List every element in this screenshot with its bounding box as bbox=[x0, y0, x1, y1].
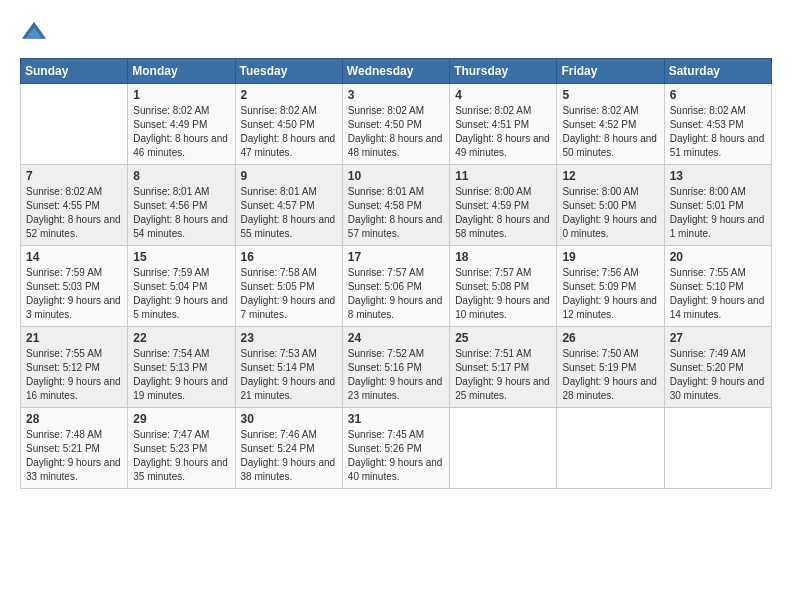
day-info: Sunrise: 7:51 AM Sunset: 5:17 PM Dayligh… bbox=[455, 347, 551, 403]
day-info: Sunrise: 7:48 AM Sunset: 5:21 PM Dayligh… bbox=[26, 428, 122, 484]
weekday-header: Thursday bbox=[450, 59, 557, 84]
calendar-cell: 1Sunrise: 8:02 AM Sunset: 4:49 PM Daylig… bbox=[128, 84, 235, 165]
calendar-header: SundayMondayTuesdayWednesdayThursdayFrid… bbox=[21, 59, 772, 84]
day-number: 14 bbox=[26, 250, 122, 264]
day-number: 23 bbox=[241, 331, 337, 345]
calendar-week-row: 7Sunrise: 8:02 AM Sunset: 4:55 PM Daylig… bbox=[21, 165, 772, 246]
calendar-cell: 13Sunrise: 8:00 AM Sunset: 5:01 PM Dayli… bbox=[664, 165, 771, 246]
weekday-header: Wednesday bbox=[342, 59, 449, 84]
calendar-cell: 3Sunrise: 8:02 AM Sunset: 4:50 PM Daylig… bbox=[342, 84, 449, 165]
calendar-cell: 31Sunrise: 7:45 AM Sunset: 5:26 PM Dayli… bbox=[342, 408, 449, 489]
day-info: Sunrise: 8:00 AM Sunset: 4:59 PM Dayligh… bbox=[455, 185, 551, 241]
day-number: 30 bbox=[241, 412, 337, 426]
day-number: 6 bbox=[670, 88, 766, 102]
calendar-cell: 22Sunrise: 7:54 AM Sunset: 5:13 PM Dayli… bbox=[128, 327, 235, 408]
calendar-cell: 12Sunrise: 8:00 AM Sunset: 5:00 PM Dayli… bbox=[557, 165, 664, 246]
calendar-cell: 19Sunrise: 7:56 AM Sunset: 5:09 PM Dayli… bbox=[557, 246, 664, 327]
calendar-cell: 27Sunrise: 7:49 AM Sunset: 5:20 PM Dayli… bbox=[664, 327, 771, 408]
day-info: Sunrise: 7:59 AM Sunset: 5:03 PM Dayligh… bbox=[26, 266, 122, 322]
day-info: Sunrise: 8:02 AM Sunset: 4:52 PM Dayligh… bbox=[562, 104, 658, 160]
calendar-cell bbox=[21, 84, 128, 165]
calendar-cell: 8Sunrise: 8:01 AM Sunset: 4:56 PM Daylig… bbox=[128, 165, 235, 246]
day-number: 18 bbox=[455, 250, 551, 264]
day-number: 27 bbox=[670, 331, 766, 345]
day-info: Sunrise: 8:01 AM Sunset: 4:56 PM Dayligh… bbox=[133, 185, 229, 241]
day-info: Sunrise: 7:55 AM Sunset: 5:10 PM Dayligh… bbox=[670, 266, 766, 322]
calendar-cell: 18Sunrise: 7:57 AM Sunset: 5:08 PM Dayli… bbox=[450, 246, 557, 327]
calendar-cell: 17Sunrise: 7:57 AM Sunset: 5:06 PM Dayli… bbox=[342, 246, 449, 327]
calendar-cell: 7Sunrise: 8:02 AM Sunset: 4:55 PM Daylig… bbox=[21, 165, 128, 246]
day-info: Sunrise: 7:55 AM Sunset: 5:12 PM Dayligh… bbox=[26, 347, 122, 403]
day-info: Sunrise: 7:54 AM Sunset: 5:13 PM Dayligh… bbox=[133, 347, 229, 403]
day-number: 3 bbox=[348, 88, 444, 102]
day-number: 19 bbox=[562, 250, 658, 264]
weekday-header: Sunday bbox=[21, 59, 128, 84]
calendar-cell bbox=[664, 408, 771, 489]
day-number: 8 bbox=[133, 169, 229, 183]
calendar-cell: 5Sunrise: 8:02 AM Sunset: 4:52 PM Daylig… bbox=[557, 84, 664, 165]
header-row: SundayMondayTuesdayWednesdayThursdayFrid… bbox=[21, 59, 772, 84]
logo bbox=[20, 20, 52, 48]
calendar-cell: 26Sunrise: 7:50 AM Sunset: 5:19 PM Dayli… bbox=[557, 327, 664, 408]
weekday-header: Tuesday bbox=[235, 59, 342, 84]
calendar-cell: 9Sunrise: 8:01 AM Sunset: 4:57 PM Daylig… bbox=[235, 165, 342, 246]
calendar-week-row: 1Sunrise: 8:02 AM Sunset: 4:49 PM Daylig… bbox=[21, 84, 772, 165]
day-number: 1 bbox=[133, 88, 229, 102]
day-info: Sunrise: 7:58 AM Sunset: 5:05 PM Dayligh… bbox=[241, 266, 337, 322]
day-info: Sunrise: 7:46 AM Sunset: 5:24 PM Dayligh… bbox=[241, 428, 337, 484]
calendar-cell bbox=[557, 408, 664, 489]
calendar-week-row: 14Sunrise: 7:59 AM Sunset: 5:03 PM Dayli… bbox=[21, 246, 772, 327]
day-number: 16 bbox=[241, 250, 337, 264]
day-number: 2 bbox=[241, 88, 337, 102]
calendar-cell: 10Sunrise: 8:01 AM Sunset: 4:58 PM Dayli… bbox=[342, 165, 449, 246]
calendar-cell: 15Sunrise: 7:59 AM Sunset: 5:04 PM Dayli… bbox=[128, 246, 235, 327]
day-number: 24 bbox=[348, 331, 444, 345]
calendar-cell: 14Sunrise: 7:59 AM Sunset: 5:03 PM Dayli… bbox=[21, 246, 128, 327]
calendar-cell: 24Sunrise: 7:52 AM Sunset: 5:16 PM Dayli… bbox=[342, 327, 449, 408]
day-info: Sunrise: 7:56 AM Sunset: 5:09 PM Dayligh… bbox=[562, 266, 658, 322]
day-number: 4 bbox=[455, 88, 551, 102]
day-info: Sunrise: 7:57 AM Sunset: 5:08 PM Dayligh… bbox=[455, 266, 551, 322]
calendar-cell: 11Sunrise: 8:00 AM Sunset: 4:59 PM Dayli… bbox=[450, 165, 557, 246]
weekday-header: Friday bbox=[557, 59, 664, 84]
calendar-cell: 25Sunrise: 7:51 AM Sunset: 5:17 PM Dayli… bbox=[450, 327, 557, 408]
calendar-cell bbox=[450, 408, 557, 489]
calendar-week-row: 28Sunrise: 7:48 AM Sunset: 5:21 PM Dayli… bbox=[21, 408, 772, 489]
day-info: Sunrise: 8:01 AM Sunset: 4:57 PM Dayligh… bbox=[241, 185, 337, 241]
calendar-cell: 20Sunrise: 7:55 AM Sunset: 5:10 PM Dayli… bbox=[664, 246, 771, 327]
day-info: Sunrise: 8:02 AM Sunset: 4:51 PM Dayligh… bbox=[455, 104, 551, 160]
day-info: Sunrise: 7:49 AM Sunset: 5:20 PM Dayligh… bbox=[670, 347, 766, 403]
day-number: 31 bbox=[348, 412, 444, 426]
calendar-cell: 28Sunrise: 7:48 AM Sunset: 5:21 PM Dayli… bbox=[21, 408, 128, 489]
day-number: 10 bbox=[348, 169, 444, 183]
day-number: 17 bbox=[348, 250, 444, 264]
day-info: Sunrise: 8:02 AM Sunset: 4:50 PM Dayligh… bbox=[241, 104, 337, 160]
calendar-cell: 21Sunrise: 7:55 AM Sunset: 5:12 PM Dayli… bbox=[21, 327, 128, 408]
calendar-cell: 29Sunrise: 7:47 AM Sunset: 5:23 PM Dayli… bbox=[128, 408, 235, 489]
day-number: 12 bbox=[562, 169, 658, 183]
day-info: Sunrise: 7:50 AM Sunset: 5:19 PM Dayligh… bbox=[562, 347, 658, 403]
day-number: 13 bbox=[670, 169, 766, 183]
day-info: Sunrise: 7:52 AM Sunset: 5:16 PM Dayligh… bbox=[348, 347, 444, 403]
day-number: 29 bbox=[133, 412, 229, 426]
calendar-cell: 6Sunrise: 8:02 AM Sunset: 4:53 PM Daylig… bbox=[664, 84, 771, 165]
day-number: 26 bbox=[562, 331, 658, 345]
day-number: 11 bbox=[455, 169, 551, 183]
calendar-body: 1Sunrise: 8:02 AM Sunset: 4:49 PM Daylig… bbox=[21, 84, 772, 489]
day-number: 25 bbox=[455, 331, 551, 345]
calendar-cell: 23Sunrise: 7:53 AM Sunset: 5:14 PM Dayli… bbox=[235, 327, 342, 408]
calendar-cell: 16Sunrise: 7:58 AM Sunset: 5:05 PM Dayli… bbox=[235, 246, 342, 327]
day-info: Sunrise: 8:01 AM Sunset: 4:58 PM Dayligh… bbox=[348, 185, 444, 241]
weekday-header: Monday bbox=[128, 59, 235, 84]
calendar-cell: 2Sunrise: 8:02 AM Sunset: 4:50 PM Daylig… bbox=[235, 84, 342, 165]
day-info: Sunrise: 7:47 AM Sunset: 5:23 PM Dayligh… bbox=[133, 428, 229, 484]
day-info: Sunrise: 8:02 AM Sunset: 4:55 PM Dayligh… bbox=[26, 185, 122, 241]
day-number: 20 bbox=[670, 250, 766, 264]
page: SundayMondayTuesdayWednesdayThursdayFrid… bbox=[0, 0, 792, 612]
calendar-week-row: 21Sunrise: 7:55 AM Sunset: 5:12 PM Dayli… bbox=[21, 327, 772, 408]
day-info: Sunrise: 7:53 AM Sunset: 5:14 PM Dayligh… bbox=[241, 347, 337, 403]
calendar-cell: 30Sunrise: 7:46 AM Sunset: 5:24 PM Dayli… bbox=[235, 408, 342, 489]
day-info: Sunrise: 8:02 AM Sunset: 4:53 PM Dayligh… bbox=[670, 104, 766, 160]
day-number: 9 bbox=[241, 169, 337, 183]
day-number: 22 bbox=[133, 331, 229, 345]
